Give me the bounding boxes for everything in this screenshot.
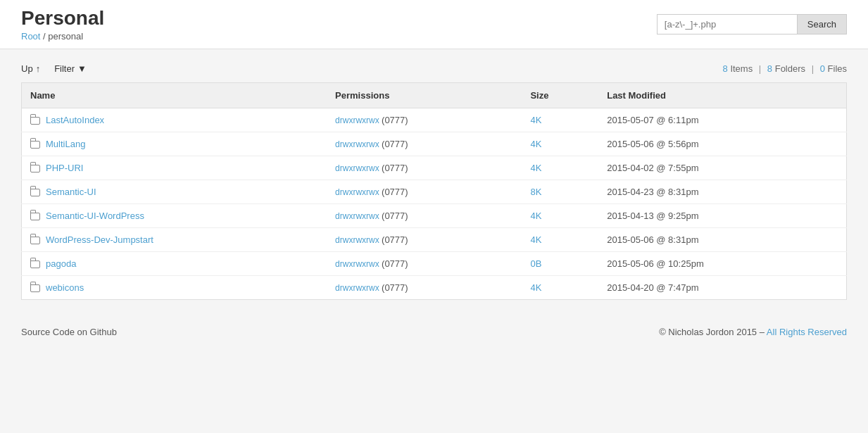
- cell-name: Semantic-UI: [22, 180, 327, 204]
- size-text: 4K: [530, 211, 541, 221]
- cell-name: LastAutoIndex: [22, 108, 327, 132]
- folder-icon: [30, 165, 40, 172]
- cell-name: MultiLang: [22, 132, 327, 156]
- source-code-link[interactable]: Source Code on Github: [21, 327, 117, 337]
- search-button[interactable]: Search: [798, 14, 847, 34]
- cell-size: 4K: [522, 108, 598, 132]
- file-name-link[interactable]: pagoda: [46, 258, 76, 269]
- cell-name: webicons: [22, 276, 327, 300]
- folder-icon: [30, 117, 40, 125]
- footer-copyright: © Nicholas Jordon 2015 – All Rights Rese…: [659, 327, 847, 337]
- date-text: 2015-04-13 @ 9:25pm: [607, 211, 698, 221]
- files-label: Files: [828, 63, 847, 74]
- toolbar-left: Up ↑ Filter ▼: [21, 63, 87, 74]
- file-name-link[interactable]: webicons: [46, 282, 84, 293]
- file-name-link[interactable]: LastAutoIndex: [46, 115, 104, 125]
- cell-size: 4K: [522, 204, 598, 228]
- permissions-text: drwxrwxrwx: [335, 259, 382, 269]
- table-row: webiconsdrwxrwxrwx (0777)4K2015-04-20 @ …: [22, 276, 847, 300]
- cell-last-modified: 2015-05-07 @ 6:11pm: [598, 108, 846, 132]
- cell-size: 4K: [522, 228, 598, 252]
- up-icon: ↑: [36, 63, 41, 74]
- cell-last-modified: 2015-05-06 @ 8:31pm: [598, 228, 846, 252]
- table-header-row: Name Permissions Size Last Modified: [22, 83, 847, 108]
- file-table: Name Permissions Size Last Modified Last…: [21, 82, 847, 300]
- file-name-link[interactable]: Semantic-UI: [46, 187, 96, 197]
- main-content: Up ↑ Filter ▼ 8 Items | 8 Folders | 0 Fi…: [0, 49, 868, 314]
- all-rights-link[interactable]: All Rights Reserved: [767, 327, 847, 337]
- cell-permissions: drwxrwxrwx (0777): [327, 252, 522, 276]
- folder-icon: [30, 261, 40, 268]
- date-text: 2015-05-07 @ 6:11pm: [607, 115, 698, 125]
- size-text: 0B: [530, 258, 541, 269]
- permissions-text: drwxrwxrwx: [335, 163, 382, 173]
- breadcrumb-current: personal: [48, 31, 83, 42]
- title-area: Personal Root / personal: [21, 7, 104, 42]
- folder-icon: [30, 141, 40, 149]
- search-input[interactable]: [657, 14, 798, 34]
- cell-permissions: drwxrwxrwx (0777): [327, 108, 522, 132]
- permissions-text: drwxrwxrwx: [335, 235, 382, 245]
- file-name-link[interactable]: Semantic-UI-WordPress: [46, 211, 144, 221]
- cell-permissions: drwxrwxrwx (0777): [327, 276, 522, 300]
- file-name-link[interactable]: MultiLang: [46, 139, 85, 149]
- table-row: MultiLangdrwxrwxrwx (0777)4K2015-05-06 @…: [22, 132, 847, 156]
- cell-last-modified: 2015-04-20 @ 7:47pm: [598, 276, 846, 300]
- cell-size: 0B: [522, 252, 598, 276]
- cell-size: 4K: [522, 276, 598, 300]
- top-bar: Personal Root / personal Search: [0, 0, 868, 49]
- col-last-modified: Last Modified: [598, 83, 846, 108]
- cell-size: 4K: [522, 156, 598, 180]
- filter-icon: ▼: [77, 63, 87, 74]
- permissions-text: drwxrwxrwx: [335, 283, 382, 293]
- size-text: 4K: [530, 139, 541, 149]
- cell-last-modified: 2015-05-06 @ 5:56pm: [598, 132, 846, 156]
- items-summary: 8 Items | 8 Folders | 0 Files: [723, 63, 847, 74]
- table-row: pagodadrwxrwxrwx (0777)0B2015-05-06 @ 10…: [22, 252, 847, 276]
- permissions-octal: (0777): [382, 282, 408, 293]
- cell-name: WordPress-Dev-Jumpstart: [22, 228, 327, 252]
- size-text: 4K: [530, 234, 541, 245]
- items-label: Items: [730, 63, 753, 74]
- cell-permissions: drwxrwxrwx (0777): [327, 156, 522, 180]
- cell-last-modified: 2015-04-02 @ 7:55pm: [598, 156, 846, 180]
- breadcrumb-root[interactable]: Root: [21, 31, 40, 42]
- table-row: Semantic-UIdrwxrwxrwx (0777)8K2015-04-23…: [22, 180, 847, 204]
- up-button[interactable]: Up ↑: [21, 63, 40, 74]
- cell-name: Semantic-UI-WordPress: [22, 204, 327, 228]
- cell-name: PHP-URI: [22, 156, 327, 180]
- permissions-octal: (0777): [382, 163, 408, 173]
- cell-last-modified: 2015-04-13 @ 9:25pm: [598, 204, 846, 228]
- cell-size: 4K: [522, 132, 598, 156]
- cell-permissions: drwxrwxrwx (0777): [327, 132, 522, 156]
- table-row: LastAutoIndexdrwxrwxrwx (0777)4K2015-05-…: [22, 108, 847, 132]
- permissions-text: drwxrwxrwx: [335, 139, 382, 149]
- folder-icon: [30, 284, 40, 292]
- page-title: Personal: [21, 7, 104, 30]
- permissions-octal: (0777): [382, 139, 408, 149]
- col-permissions: Permissions: [327, 83, 522, 108]
- filter-button[interactable]: Filter ▼: [54, 63, 87, 74]
- col-size: Size: [522, 83, 598, 108]
- cell-permissions: drwxrwxrwx (0777): [327, 204, 522, 228]
- date-text: 2015-04-20 @ 7:47pm: [607, 282, 698, 293]
- permissions-text: drwxrwxrwx: [335, 211, 382, 221]
- permissions-text: drwxrwxrwx: [335, 115, 382, 125]
- copyright-text: © Nicholas Jordon 2015 –: [659, 327, 767, 337]
- table-row: WordPress-Dev-Jumpstartdrwxrwxrwx (0777)…: [22, 228, 847, 252]
- file-name-link[interactable]: WordPress-Dev-Jumpstart: [46, 234, 153, 245]
- permissions-octal: (0777): [382, 187, 408, 197]
- table-row: PHP-URIdrwxrwxrwx (0777)4K2015-04-02 @ 7…: [22, 156, 847, 180]
- folder-icon: [30, 237, 40, 244]
- items-count: 8: [723, 63, 728, 74]
- permissions-octal: (0777): [382, 258, 408, 269]
- folder-icon: [30, 189, 40, 196]
- folders-count: 8: [767, 63, 772, 74]
- cell-size: 8K: [522, 180, 598, 204]
- file-name-link[interactable]: PHP-URI: [46, 163, 83, 173]
- date-text: 2015-04-23 @ 8:31pm: [607, 187, 698, 197]
- date-text: 2015-05-06 @ 8:31pm: [607, 234, 698, 245]
- footer: Source Code on Github © Nicholas Jordon …: [0, 314, 868, 350]
- size-text: 4K: [530, 163, 541, 173]
- up-label: Up: [21, 63, 33, 74]
